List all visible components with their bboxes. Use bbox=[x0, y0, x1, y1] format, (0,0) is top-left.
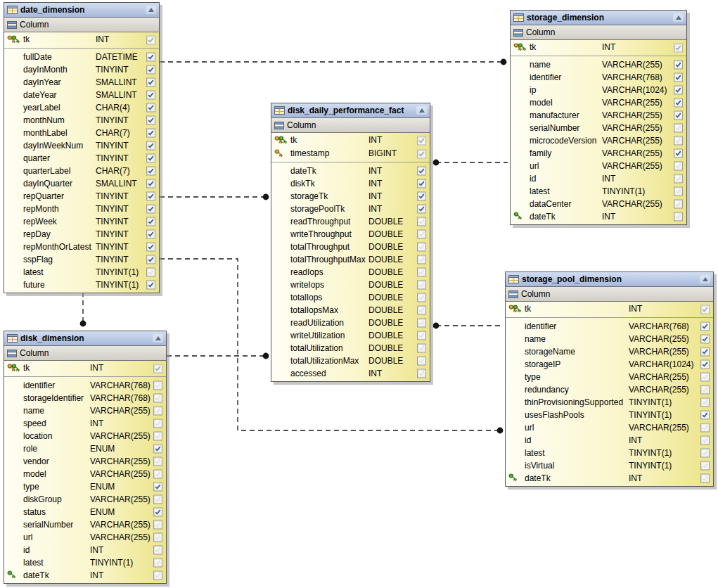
not-null-checkbox[interactable] bbox=[146, 167, 155, 176]
column-row[interactable]: thinProvisioningSupportedTINYINT(1) bbox=[506, 396, 713, 409]
column-row[interactable]: dataCenterVARCHAR(255) bbox=[511, 198, 686, 210]
not-null-checkbox[interactable] bbox=[417, 369, 426, 378]
column-row[interactable]: readIopsDOUBLE bbox=[271, 266, 430, 279]
not-null-checkbox[interactable] bbox=[146, 103, 155, 113]
column-row[interactable]: dayInQuarterSMALLINT bbox=[4, 177, 159, 190]
table-figure-disk_dimension[interactable]: disk_dimensionColumntkINTidentifierVARCH… bbox=[4, 331, 167, 584]
not-null-checkbox[interactable] bbox=[700, 373, 710, 382]
not-null-checkbox[interactable] bbox=[146, 141, 155, 151]
not-null-checkbox[interactable] bbox=[153, 419, 162, 428]
column-row[interactable]: ipVARCHAR(1024) bbox=[511, 84, 686, 96]
not-null-checkbox[interactable] bbox=[153, 495, 162, 504]
not-null-checkbox[interactable] bbox=[700, 423, 710, 433]
relationship-date_dimension-to-disk_daily_performance_fact[interactable] bbox=[160, 194, 269, 200]
not-null-checkbox[interactable] bbox=[153, 470, 162, 479]
column-row[interactable]: dayInYearSMALLINT bbox=[4, 76, 159, 89]
column-row[interactable]: storageNameVARCHAR(255) bbox=[506, 345, 713, 358]
column-row[interactable]: dateTkINT bbox=[506, 472, 713, 485]
not-null-checkbox[interactable] bbox=[146, 35, 155, 44]
column-row[interactable]: writeThroughputDOUBLE bbox=[271, 228, 430, 241]
not-null-checkbox[interactable] bbox=[153, 482, 162, 492]
table-figure-storage_pool_dimension[interactable]: storage_pool_dimensionColumntkINTidentif… bbox=[505, 271, 714, 487]
column-row[interactable]: typeENUM bbox=[4, 480, 166, 493]
not-null-checkbox[interactable] bbox=[146, 116, 155, 125]
not-null-checkbox[interactable] bbox=[417, 255, 426, 264]
column-row[interactable]: repMonthTINYINT bbox=[4, 203, 159, 215]
column-row[interactable]: dateYearSMALLINT bbox=[4, 89, 159, 101]
column-row[interactable]: repDayTINYINT bbox=[4, 228, 159, 241]
not-null-checkbox[interactable] bbox=[700, 347, 710, 357]
not-null-checkbox[interactable] bbox=[674, 73, 683, 82]
not-null-checkbox[interactable] bbox=[674, 98, 683, 108]
column-row[interactable]: nameVARCHAR(255) bbox=[4, 404, 166, 417]
not-null-checkbox[interactable] bbox=[153, 364, 162, 373]
not-null-checkbox[interactable] bbox=[153, 381, 162, 390]
column-row[interactable]: microcodeVersionVARCHAR(255) bbox=[511, 134, 686, 147]
column-row[interactable]: manufacturerVARCHAR(255) bbox=[511, 109, 686, 122]
column-row[interactable]: latestTINYINT(1) bbox=[4, 266, 159, 279]
column-row[interactable]: dateTkINT bbox=[4, 569, 166, 582]
column-row[interactable]: idINT bbox=[506, 434, 713, 447]
table-header[interactable]: disk_daily_performance_fact bbox=[271, 103, 430, 118]
column-row[interactable]: writeUtilizationDOUBLE bbox=[271, 329, 430, 342]
key-column-row[interactable]: tkINT bbox=[4, 362, 166, 375]
column-row[interactable]: dayInMonthTINYINT bbox=[4, 63, 159, 76]
not-null-checkbox[interactable] bbox=[674, 212, 683, 222]
not-null-checkbox[interactable] bbox=[700, 411, 710, 420]
column-row[interactable]: monthNumTINYINT bbox=[4, 114, 159, 127]
collapse-arrow-icon[interactable] bbox=[700, 275, 710, 283]
column-row[interactable]: familyVARCHAR(255) bbox=[511, 147, 686, 160]
not-null-checkbox[interactable] bbox=[417, 293, 426, 302]
not-null-checkbox[interactable] bbox=[417, 149, 426, 158]
relationship-disk_daily_performance_fact-to-storage_pool_dimension[interactable] bbox=[433, 323, 503, 329]
table-header[interactable]: disk_dimension bbox=[4, 331, 166, 346]
not-null-checkbox[interactable] bbox=[417, 192, 426, 201]
column-row[interactable]: identifierVARCHAR(768) bbox=[511, 71, 686, 84]
key-column-row[interactable]: tkINT bbox=[271, 134, 430, 147]
table-figure-disk_daily_performance_fact[interactable]: disk_daily_performance_factColumntkINTti… bbox=[271, 103, 430, 382]
not-null-checkbox[interactable] bbox=[146, 217, 155, 226]
column-row[interactable]: totalIopsDOUBLE bbox=[271, 291, 430, 304]
column-row[interactable]: writeIopsDOUBLE bbox=[271, 279, 430, 291]
not-null-checkbox[interactable] bbox=[674, 187, 683, 196]
not-null-checkbox[interactable] bbox=[674, 200, 683, 209]
column-row[interactable]: modelVARCHAR(255) bbox=[511, 96, 686, 109]
column-row[interactable]: quarterLabelCHAR(7) bbox=[4, 165, 159, 177]
column-row[interactable]: isVirtualTINYINT(1) bbox=[506, 459, 713, 472]
column-row[interactable]: usesFlashPoolsTINYINT(1) bbox=[506, 409, 713, 421]
key-column-row[interactable]: timestampBIGINT bbox=[271, 147, 430, 160]
column-row[interactable]: nameVARCHAR(255) bbox=[511, 58, 686, 71]
not-null-checkbox[interactable] bbox=[700, 360, 710, 369]
relationship-date_dimension-to-disk_dimension[interactable] bbox=[80, 292, 86, 326]
column-row[interactable]: repMonthOrLatestTINYINT bbox=[4, 241, 159, 253]
not-null-checkbox[interactable] bbox=[417, 331, 426, 340]
column-row[interactable]: totalUtilizationMaxDOUBLE bbox=[271, 354, 430, 367]
not-null-checkbox[interactable] bbox=[153, 533, 162, 542]
column-row[interactable]: totalUtilizationDOUBLE bbox=[271, 342, 430, 354]
not-null-checkbox[interactable] bbox=[674, 111, 683, 120]
column-row[interactable]: totalThroughputDOUBLE bbox=[271, 241, 430, 253]
not-null-checkbox[interactable] bbox=[674, 162, 683, 171]
key-column-row[interactable]: tkINT bbox=[4, 33, 159, 46]
column-row[interactable]: urlVARCHAR(255) bbox=[511, 160, 686, 172]
column-row[interactable]: modelVARCHAR(255) bbox=[4, 468, 166, 480]
column-row[interactable]: identifierVARCHAR(768) bbox=[506, 320, 713, 333]
column-row[interactable]: dateTkINT bbox=[271, 165, 430, 177]
column-row[interactable]: fullDateDATETIME bbox=[4, 51, 159, 63]
not-null-checkbox[interactable] bbox=[700, 322, 710, 331]
collapse-arrow-icon[interactable] bbox=[673, 13, 684, 22]
not-null-checkbox[interactable] bbox=[146, 281, 155, 290]
column-row[interactable]: urlVARCHAR(255) bbox=[4, 531, 166, 544]
not-null-checkbox[interactable] bbox=[146, 255, 155, 264]
not-null-checkbox[interactable] bbox=[417, 230, 426, 239]
not-null-checkbox[interactable] bbox=[153, 571, 162, 580]
column-row[interactable]: dateTkINT bbox=[511, 210, 686, 223]
column-row[interactable]: totalIopsMaxDOUBLE bbox=[271, 304, 430, 317]
column-row[interactable]: serialNumberVARCHAR(255) bbox=[511, 122, 686, 134]
not-null-checkbox[interactable] bbox=[700, 335, 710, 344]
not-null-checkbox[interactable] bbox=[153, 394, 162, 403]
not-null-checkbox[interactable] bbox=[153, 520, 162, 530]
not-null-checkbox[interactable] bbox=[417, 179, 426, 188]
not-null-checkbox[interactable] bbox=[153, 508, 162, 517]
key-column-row[interactable]: tkINT bbox=[506, 302, 713, 316]
